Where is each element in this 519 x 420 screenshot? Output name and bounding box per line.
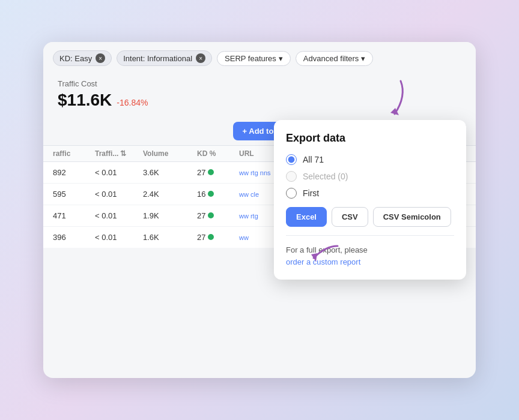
svg-marker-1	[311, 253, 317, 262]
cell-traffic-2: 595	[53, 190, 95, 199]
format-excel-label: Excel	[296, 212, 317, 221]
filter-tag-intent-label: Intent: Informational	[123, 54, 192, 63]
cell-traffic2-1: < 0.01	[95, 168, 143, 177]
arrow-annotation-down	[374, 78, 410, 122]
advanced-filters-chevron: ▾	[361, 54, 365, 63]
format-csv-button[interactable]: CSV	[332, 207, 368, 227]
kd-dot-4	[208, 234, 214, 240]
export-option-selected-label: Selected (0)	[303, 172, 348, 181]
cell-kd-4: 27	[197, 233, 239, 242]
kd-dot-3	[208, 212, 214, 218]
export-radio-first[interactable]	[286, 188, 297, 199]
export-divider	[286, 235, 454, 236]
cell-traffic2-4: < 0.01	[95, 233, 143, 242]
col-header-traffic: raffic	[53, 149, 95, 158]
metric-block: Traffic Cost $11.6K -16.84%	[43, 74, 476, 117]
serp-features-dropdown[interactable]: SERP features ▾	[217, 51, 291, 66]
col-header-kd: KD %	[197, 149, 239, 158]
export-radio-all[interactable]	[286, 154, 297, 165]
cell-traffic-4: 396	[53, 233, 95, 242]
cell-traffic-1: 892	[53, 168, 95, 177]
kd-dot-1	[208, 169, 214, 175]
col-header-traffic2: Traffi... ⇅	[95, 149, 143, 158]
serp-features-chevron: ▾	[279, 54, 283, 63]
cell-volume-2: 2.4K	[143, 190, 197, 199]
metric-change: -16.84%	[117, 98, 148, 107]
metric-number: $11.6K	[58, 91, 112, 110]
cell-kd-1: 27	[197, 168, 239, 177]
export-option-selected[interactable]: Selected (0)	[286, 171, 454, 182]
cell-volume-4: 1.6K	[143, 233, 197, 242]
cell-traffic2-2: < 0.01	[95, 190, 143, 199]
export-title: Export data	[286, 132, 454, 145]
export-option-all-label: All 71	[303, 155, 324, 164]
format-buttons: Excel CSV CSV Semicolon	[286, 207, 454, 227]
format-csv-semicolon-button[interactable]: CSV Semicolon	[373, 207, 451, 227]
sort-icon: ⇅	[120, 149, 126, 158]
arrow-annotation-left	[290, 240, 344, 272]
cell-volume-3: 1.9K	[143, 211, 197, 220]
filter-tag-intent-close[interactable]: ×	[196, 53, 205, 63]
format-excel-button[interactable]: Excel	[286, 207, 327, 227]
format-csv-semicolon-label: CSV Semicolon	[383, 212, 441, 221]
col-header-volume: Volume	[143, 149, 197, 158]
cell-traffic-3: 471	[53, 211, 95, 220]
advanced-filters-label: Advanced filters	[303, 54, 359, 63]
export-option-first-label: First	[303, 188, 319, 198]
cell-kd-3: 27	[197, 211, 239, 220]
filter-bar: KD: Easy × Intent: Informational × SERP …	[43, 42, 476, 74]
main-card: KD: Easy × Intent: Informational × SERP …	[43, 42, 476, 378]
export-option-first[interactable]: First	[286, 188, 454, 199]
export-option-all[interactable]: All 71	[286, 154, 454, 165]
kd-dot-2	[208, 191, 214, 197]
serp-features-label: SERP features	[225, 54, 276, 63]
export-radio-selected[interactable]	[286, 171, 297, 182]
cell-kd-2: 16	[197, 190, 239, 199]
filter-tag-kd-easy-close[interactable]: ×	[96, 53, 105, 63]
cell-volume-1: 3.6K	[143, 168, 197, 177]
advanced-filters-dropdown[interactable]: Advanced filters ▾	[296, 51, 374, 66]
filter-tag-kd-easy[interactable]: KD: Easy ×	[53, 50, 112, 66]
cell-traffic2-3: < 0.01	[95, 211, 143, 220]
filter-tag-kd-easy-label: KD: Easy	[59, 54, 92, 63]
format-csv-label: CSV	[342, 212, 358, 221]
filter-tag-intent[interactable]: Intent: Informational ×	[117, 50, 212, 66]
